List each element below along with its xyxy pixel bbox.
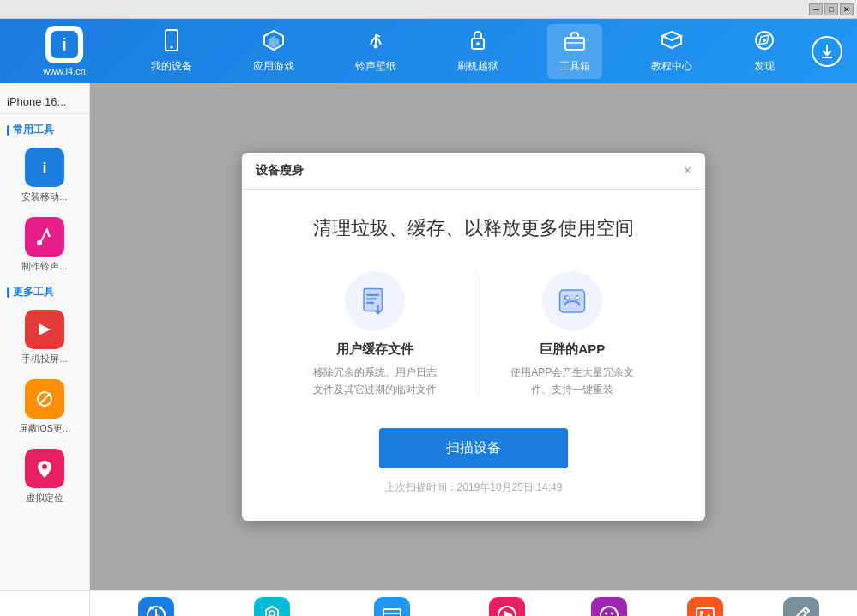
svg-marker-51	[504, 611, 513, 616]
bottom-tool-unlock-time[interactable]: 破解时间限额	[121, 594, 191, 616]
cache-files-name: 用户缓存文件	[336, 341, 413, 358]
svg-rect-19	[32, 224, 57, 250]
photo-recovery-icon	[687, 597, 723, 616]
nav-discover-icon	[753, 29, 776, 57]
sidebar-section-common: 常用工具	[0, 118, 89, 141]
svg-point-27	[42, 464, 47, 469]
nav-bar: i www.i4.cn 我的设备 应用游戏	[0, 19, 857, 83]
nav-toolbox-label: 工具箱	[559, 59, 590, 74]
nav-tutorial-icon	[661, 29, 683, 57]
svg-rect-30	[366, 299, 377, 300]
nav-discover[interactable]: 发现	[741, 24, 788, 79]
main-area: iPhone 16... 常用工具 i 安装移动... 制作铃	[0, 83, 857, 590]
big-apps-desc: 使用APP会产生大量冗余文件、支持一键重装	[510, 365, 634, 397]
title-bar: ─ □ ✕	[0, 0, 857, 19]
fake-location-icon	[25, 449, 64, 488]
cache-files-icon-wrap	[345, 271, 405, 331]
ringtone-icon	[25, 217, 64, 257]
sidebar-item-install-app[interactable]: i 安装移动...	[0, 141, 89, 210]
sidebar-item-block-ios[interactable]: 屏蔽iOS更...	[0, 372, 89, 442]
nav-device-icon	[160, 29, 183, 57]
svg-point-10	[476, 42, 480, 45]
nav-jailbreak[interactable]: 刷机越狱	[445, 24, 510, 79]
feature-big-apps: 巨胖的APP 使用APP会产生大量冗余文件、支持一键重装	[474, 271, 672, 397]
svg-point-53	[605, 613, 607, 615]
bottom-tool-backup-guide[interactable]: 备份引导区数据	[352, 594, 432, 616]
svg-point-54	[611, 613, 613, 615]
svg-point-52	[601, 607, 618, 616]
svg-rect-11	[565, 38, 584, 50]
svg-point-56	[700, 611, 703, 614]
nav-toolbox[interactable]: 工具箱	[547, 24, 602, 79]
svg-rect-55	[697, 608, 714, 616]
nav-tutorial-label: 教程中心	[651, 59, 692, 74]
nav-apps-icon	[263, 29, 285, 57]
edit-icon	[783, 597, 819, 616]
window-controls: ─ □ ✕	[809, 3, 854, 15]
nav-ringtones-icon	[365, 29, 387, 57]
cache-files-desc: 移除冗余的系统、用户日志文件及其它过期的临时文件	[313, 365, 437, 397]
modal-body: 清理垃圾、缓存、以释放更多使用空间	[242, 190, 705, 520]
feature-cache-files: 用户缓存文件 移除冗余的系统、用户日志文件及其它过期的临时文件	[276, 271, 474, 397]
logo-url: www.i4.cn	[43, 66, 86, 76]
nav-my-device[interactable]: 我的设备	[139, 24, 204, 79]
nav-right	[806, 36, 848, 67]
sidebar-item-ringtone[interactable]: 制作铃声...	[0, 210, 89, 280]
modal-headline: 清理垃圾、缓存、以释放更多使用空间	[276, 215, 671, 241]
block-ios-label: 屏蔽iOS更...	[19, 422, 71, 435]
fake-location-label: 虚拟定位	[26, 492, 63, 504]
svg-marker-5	[269, 36, 279, 48]
bottom-tool-goto-settings[interactable]: 跳过设置向导	[237, 594, 307, 616]
emoji-make-icon	[591, 597, 627, 616]
sidebar-section-more: 更多工具	[0, 280, 89, 303]
scan-button[interactable]: 扫描设备	[379, 428, 568, 468]
bottom-tools: 破解时间限额 跳过设置向导 备份引导区数据	[90, 594, 857, 616]
bottom-tool-photo-recovery[interactable]: 图片去重	[679, 594, 731, 616]
device-slim-modal: 设备瘦身 × 清理垃圾、缓存、以释放更多使用空间	[242, 153, 705, 520]
sidebar-item-screen-mirror[interactable]: 手机投屏...	[0, 303, 89, 372]
svg-rect-29	[366, 294, 379, 296]
logo-icon: i	[45, 26, 83, 63]
svg-rect-31	[366, 302, 374, 304]
nav-items: 我的设备 应用游戏 铃声壁纸	[120, 24, 806, 79]
nav-toolbox-icon	[564, 29, 586, 57]
sidebar-item-fake-location[interactable]: 虚拟定位	[0, 442, 89, 511]
nav-jailbreak-label: 刷机越狱	[457, 59, 498, 74]
modal-header: 设备瘦身 ×	[242, 153, 705, 190]
big-apps-icon-wrap	[542, 271, 602, 331]
device-name: iPhone 16...	[0, 90, 89, 114]
install-app-label: 安装移动...	[21, 190, 67, 203]
svg-point-20	[37, 240, 42, 245]
bottom-tool-aisi-player[interactable]: 爱思播放器	[477, 594, 538, 616]
svg-rect-47	[383, 609, 401, 616]
svg-point-45	[269, 611, 275, 616]
modal-title: 设备瘦身	[256, 163, 304, 178]
nav-ringtones-label: 铃声壁纸	[355, 59, 396, 74]
aisi-player-icon	[489, 597, 525, 616]
big-apps-name: 巨胖的APP	[540, 341, 605, 358]
svg-point-6	[373, 44, 377, 48]
maximize-button[interactable]: □	[824, 3, 838, 15]
nav-ringtones[interactable]: 铃声壁纸	[343, 24, 408, 79]
unlock-time-icon	[138, 597, 174, 616]
nav-apps-label: 应用游戏	[253, 59, 294, 74]
bottom-tool-emoji-make[interactable]: 表情制作	[583, 594, 635, 616]
big-apps-icon	[556, 285, 588, 317]
nav-tutorial[interactable]: 教程中心	[639, 24, 704, 79]
modal-close-button[interactable]: ×	[684, 163, 691, 178]
goto-settings-icon	[254, 597, 290, 616]
logo-area: i www.i4.cn	[9, 26, 120, 76]
block-ios-icon	[25, 379, 64, 419]
minimize-button[interactable]: ─	[809, 3, 823, 15]
download-button[interactable]	[812, 36, 842, 67]
svg-text:i: i	[42, 160, 46, 177]
nav-device-label: 我的设备	[151, 59, 192, 74]
nav-apps-games[interactable]: 应用游戏	[241, 24, 306, 79]
modal-features: 用户缓存文件 移除冗余的系统、用户日志文件及其它过期的临时文件	[276, 271, 671, 397]
bottom-tool-edit[interactable]: 编辑	[776, 594, 826, 616]
last-scan-time: 上次扫描时间：2019年10月25日 14:49	[276, 480, 671, 495]
svg-point-3	[170, 45, 172, 48]
close-button[interactable]: ✕	[840, 3, 854, 15]
svg-text:i: i	[62, 35, 67, 54]
backup-guide-icon	[374, 597, 410, 616]
